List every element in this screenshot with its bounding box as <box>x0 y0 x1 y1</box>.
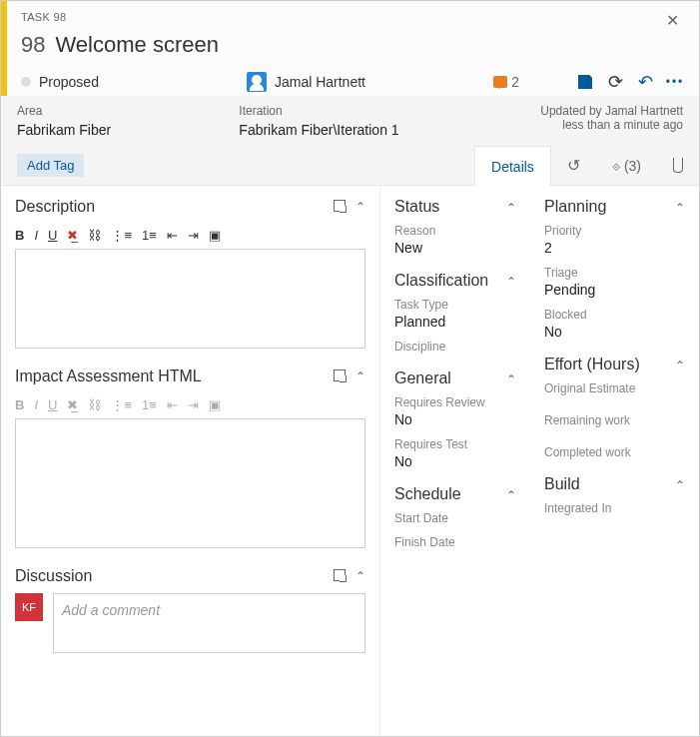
fullscreen-icon[interactable] <box>334 369 346 381</box>
image-icon[interactable]: ▣ <box>209 228 221 243</box>
bullet-list-icon[interactable]: ⋮≡ <box>111 228 132 243</box>
collapse-icon[interactable] <box>506 273 516 289</box>
discussion-avatar: KF <box>15 593 43 621</box>
indent-icon[interactable]: ⇥ <box>188 228 199 243</box>
completed-work-label: Completed work <box>544 445 685 459</box>
fullscreen-icon[interactable] <box>334 569 346 581</box>
tab-attachments[interactable] <box>657 146 699 185</box>
number-list-icon[interactable]: 1≡ <box>142 228 157 243</box>
bold-icon[interactable]: B <box>15 228 24 243</box>
blocked-label: Blocked <box>544 308 685 322</box>
general-heading: General <box>394 369 451 387</box>
tabs: Details (3) <box>474 146 699 185</box>
description-heading: Description <box>15 198 95 216</box>
state-text[interactable]: Proposed <box>39 74 99 90</box>
area-value[interactable]: Fabrikam Fiber <box>17 122 239 138</box>
collapse-icon[interactable] <box>506 486 516 502</box>
refresh-icon[interactable] <box>607 74 623 90</box>
italic-icon[interactable]: I <box>34 228 38 243</box>
outdent-icon: ⇤ <box>167 397 178 412</box>
orig-estimate-label: Original Estimate <box>544 381 685 395</box>
comments-link[interactable]: 2 <box>493 74 519 90</box>
tasktype-value[interactable]: Planned <box>394 314 516 330</box>
number-list-icon: 1≡ <box>142 397 157 412</box>
task-id: 98 <box>21 32 45 58</box>
reason-label: Reason <box>394 224 516 238</box>
task-title[interactable]: Welcome screen <box>55 32 218 58</box>
undo-icon[interactable] <box>637 74 653 90</box>
comment-input[interactable]: Add a comment <box>53 593 365 653</box>
area-label: Area <box>17 104 239 118</box>
avatar-icon <box>247 72 267 92</box>
underline-icon: U <box>48 397 57 412</box>
reason-value[interactable]: New <box>394 240 516 256</box>
blocked-value[interactable]: No <box>544 324 685 340</box>
more-menu-icon[interactable] <box>667 74 683 90</box>
links-count: (3) <box>624 158 641 174</box>
tab-details[interactable]: Details <box>474 146 551 186</box>
save-icon[interactable] <box>577 74 593 90</box>
triage-label: Triage <box>544 266 685 280</box>
build-heading: Build <box>544 475 580 493</box>
header-toolbar <box>577 74 683 90</box>
fullscreen-icon[interactable] <box>334 200 346 212</box>
description-input[interactable] <box>15 249 365 349</box>
tasktype-label: Task Type <box>394 298 516 312</box>
comment-icon <box>493 76 507 88</box>
priority-value[interactable]: 2 <box>544 240 685 256</box>
iteration-label: Iteration <box>239 104 460 118</box>
impact-input[interactable] <box>15 418 365 548</box>
remove-format-icon[interactable]: ✖̲ <box>67 228 78 243</box>
finishdate-label: Finish Date <box>394 535 516 549</box>
discipline-label: Discipline <box>394 340 516 354</box>
add-tag-button[interactable]: Add Tag <box>17 154 84 177</box>
collapse-icon[interactable] <box>675 199 685 215</box>
impact-heading: Impact Assessment HTML <box>15 368 202 385</box>
link-icon[interactable]: ⛓ <box>88 228 101 243</box>
startdate-label: Start Date <box>394 511 516 525</box>
schedule-heading: Schedule <box>394 485 461 503</box>
updated-when: less than a minute ago <box>461 118 683 132</box>
comment-count: 2 <box>511 74 519 90</box>
close-icon[interactable]: ✕ <box>662 11 683 30</box>
review-label: Requires Review <box>394 395 516 409</box>
italic-icon: I <box>34 397 38 412</box>
assignee-name[interactable]: Jamal Hartnett <box>275 74 485 90</box>
tab-history[interactable] <box>551 146 596 185</box>
test-value[interactable]: No <box>394 453 516 469</box>
header: TASK 98 ✕ 98 Welcome screen Proposed Jam… <box>1 1 699 96</box>
classification-heading: Classification <box>394 272 488 290</box>
collapse-icon[interactable] <box>355 200 365 214</box>
remove-format-icon: ✖̲ <box>67 397 78 412</box>
info-bar: Area Fabrikam Fiber Iteration Fabrikam F… <box>1 96 699 146</box>
rte-toolbar: B I U ✖̲ ⛓ ⋮≡ 1≡ ⇤ ⇥ ▣ <box>15 224 365 249</box>
collapse-icon[interactable] <box>355 569 365 583</box>
indent-icon: ⇥ <box>188 397 199 412</box>
review-value[interactable]: No <box>394 411 516 427</box>
collapse-icon[interactable] <box>675 476 685 492</box>
underline-icon[interactable]: U <box>48 228 57 243</box>
rte-toolbar-disabled: B I U ✖̲ ⛓ ⋮≡ 1≡ ⇤ ⇥ ▣ <box>15 393 365 418</box>
task-type-label: TASK 98 <box>21 11 66 23</box>
state-indicator-icon <box>21 77 31 87</box>
image-icon: ▣ <box>209 397 221 412</box>
triage-value[interactable]: Pending <box>544 282 685 298</box>
discussion-heading: Discussion <box>15 567 92 585</box>
iteration-value[interactable]: Fabrikam Fiber\Iteration 1 <box>239 122 460 138</box>
tab-links[interactable]: (3) <box>596 146 657 185</box>
remaining-work-label: Remaining work <box>544 413 685 427</box>
priority-label: Priority <box>544 224 685 238</box>
status-heading: Status <box>394 198 439 216</box>
link-icon: ⛓ <box>88 397 101 412</box>
test-label: Requires Test <box>394 437 516 451</box>
outdent-icon[interactable]: ⇤ <box>167 228 178 243</box>
collapse-icon[interactable] <box>506 370 516 386</box>
updated-by: Updated by Jamal Hartnett <box>461 104 683 118</box>
bullet-list-icon: ⋮≡ <box>111 397 132 412</box>
collapse-icon[interactable] <box>675 357 685 372</box>
planning-heading: Planning <box>544 198 606 216</box>
collapse-icon[interactable] <box>506 199 516 215</box>
integrated-in-label: Integrated In <box>544 501 685 515</box>
effort-heading: Effort (Hours) <box>544 356 640 373</box>
collapse-icon[interactable] <box>355 369 365 383</box>
